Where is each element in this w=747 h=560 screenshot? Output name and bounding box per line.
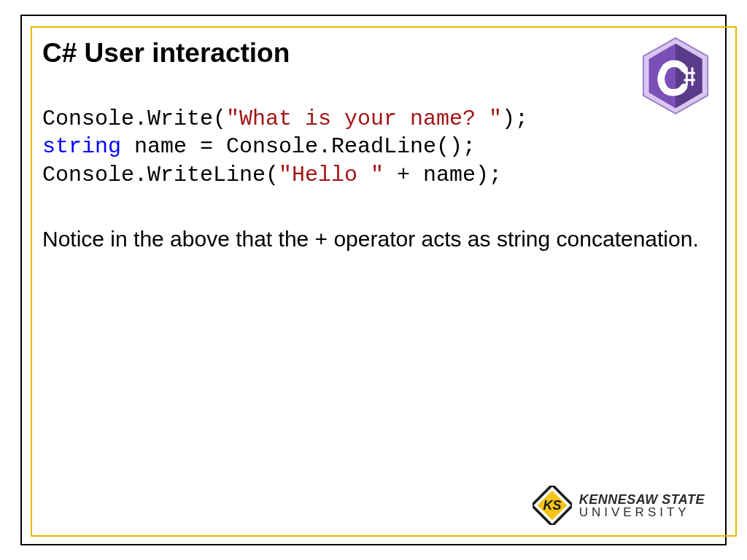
ks-mark-icon: KS: [533, 486, 572, 525]
svg-text:KS: KS: [543, 498, 561, 513]
code-string: "Hello ": [279, 163, 384, 187]
code-text: + name);: [384, 163, 502, 187]
code-text: Console.WriteLine(: [42, 163, 279, 187]
slide-content: C# User interaction Console.Write("What …: [42, 38, 705, 531]
university-logo: KS KENNESAW STATE UNIVERSITY: [533, 486, 705, 525]
code-block: Console.Write("What is your name? "); st…: [42, 105, 705, 189]
university-text: KENNESAW STATE UNIVERSITY: [579, 493, 705, 518]
code-text: Console.Write(: [42, 106, 226, 131]
code-text: );: [502, 106, 528, 131]
code-keyword: string: [42, 134, 121, 159]
university-name-line2: UNIVERSITY: [579, 506, 705, 518]
slide-title: C# User interaction: [42, 38, 705, 69]
code-string: "What is your name? ": [226, 106, 502, 131]
body-text: Notice in the above that the + operator …: [42, 225, 705, 253]
code-text: name = Console.ReadLine();: [121, 134, 476, 159]
university-name-line1: KENNESAW STATE: [579, 493, 705, 506]
